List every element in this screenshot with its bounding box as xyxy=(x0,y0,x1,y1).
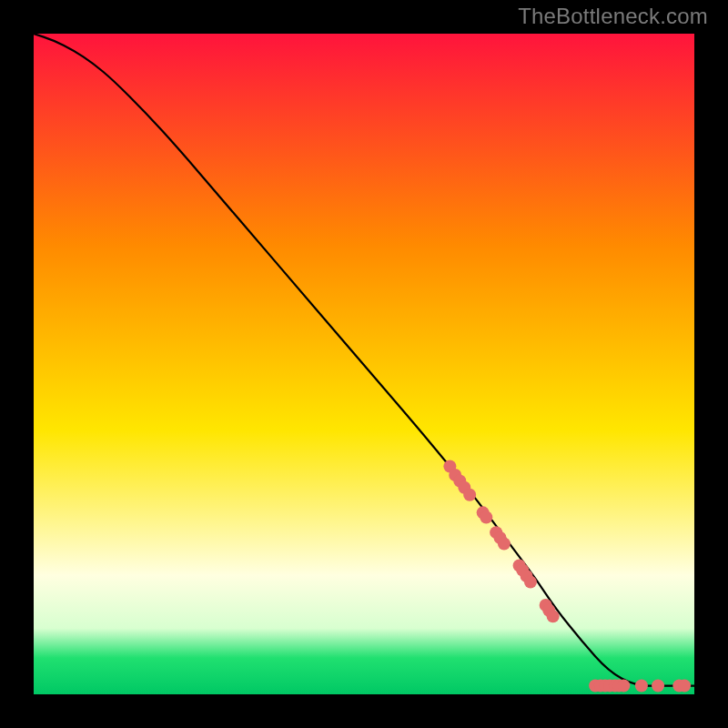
data-point xyxy=(547,610,560,622)
data-point xyxy=(524,576,537,589)
data-point xyxy=(678,680,691,693)
chart-container: TheBottleneck.com xyxy=(0,0,728,728)
data-point xyxy=(617,680,630,693)
data-point xyxy=(498,537,511,550)
plot-area xyxy=(34,34,694,694)
data-point xyxy=(635,680,648,693)
data-point xyxy=(463,489,476,501)
data-point xyxy=(652,680,664,693)
data-point xyxy=(480,511,492,523)
attribution-watermark: TheBottleneck.com xyxy=(518,4,708,29)
chart-svg xyxy=(34,34,694,694)
